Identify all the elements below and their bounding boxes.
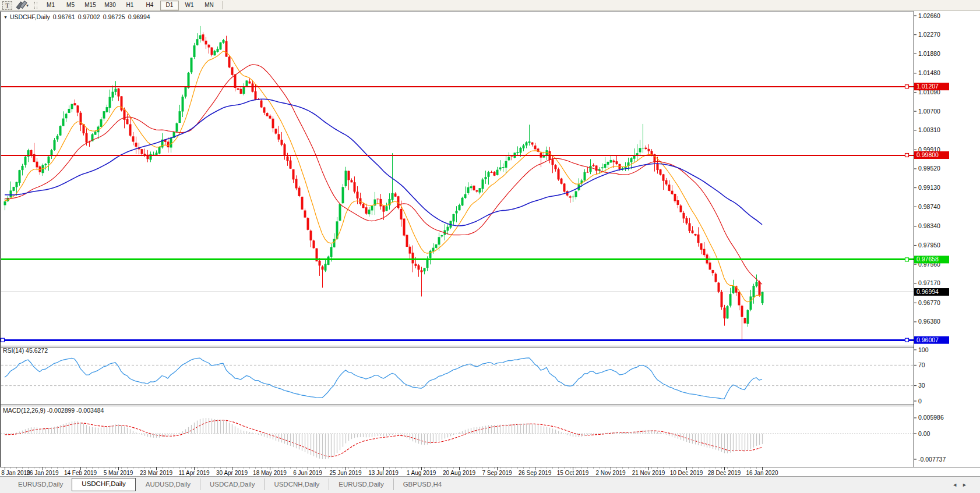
svg-text:1.00310: 1.00310 [918, 126, 940, 133]
timeframe-button-m1[interactable]: M1 [41, 1, 60, 10]
svg-text:-0.007737: -0.007737 [918, 456, 946, 463]
svg-text:0.97950: 0.97950 [918, 242, 940, 249]
svg-text:0.98740: 0.98740 [918, 203, 940, 210]
svg-text:0.005986: 0.005986 [918, 414, 944, 421]
svg-text:100: 100 [918, 346, 929, 353]
svg-text:70: 70 [918, 361, 925, 368]
tab-gbpusd-h4-6[interactable]: GBPUSD,H4 [393, 478, 451, 490]
svg-text:2 Nov 2019: 2 Nov 2019 [595, 470, 626, 476]
chart-tab-bar: EURUSD,DailyUSDCHF,DailyAUDUSD,DailyUSDC… [0, 476, 980, 493]
svg-text:11 Apr 2019: 11 Apr 2019 [178, 470, 210, 476]
svg-text:0.96770: 0.96770 [918, 299, 940, 306]
timeframe-buttons: M1M5M15M30H1H4D1W1MN [41, 1, 219, 10]
resistance-line-upper-handle[interactable] [905, 85, 909, 88]
support-line-green[interactable] [1, 258, 914, 261]
svg-text:6 Jun 2019: 6 Jun 2019 [293, 470, 322, 476]
tab-scroll-left-button[interactable]: ◄ [952, 482, 962, 488]
svg-text:5 Mar 2019: 5 Mar 2019 [104, 470, 133, 476]
toolbar-separator [222, 1, 223, 9]
support-line-blue[interactable] [1, 338, 914, 342]
svg-text:0: 0 [918, 398, 922, 405]
top-toolbar: T ▾ M1M5M15M30H1H4D1W1MN [0, 0, 980, 11]
svg-text:20 Aug 2019: 20 Aug 2019 [443, 470, 476, 476]
svg-text:0.96994: 0.96994 [916, 288, 939, 295]
chart-symbol-label: USDCHF,Daily [10, 13, 50, 20]
tab-eurusd-daily-0[interactable]: EURUSD,Daily [8, 478, 72, 490]
ohlc-open: 0.96761 [53, 13, 75, 20]
timeframe-button-h1[interactable]: H1 [121, 1, 139, 10]
macd-indicator-label: MACD(12,26,9) -0.002899 -0.003484 [3, 407, 104, 414]
text-tool-button[interactable]: T [2, 1, 12, 10]
ohlc-high: 0.97002 [78, 13, 100, 20]
svg-text:14 Feb 2019: 14 Feb 2019 [64, 470, 97, 476]
support-line-blue-handle[interactable] [905, 338, 909, 342]
macd-panel [1, 420, 914, 456]
tab-eurusd-daily-5[interactable]: EURUSD,Daily [329, 478, 393, 490]
price-chart-canvas[interactable]: 8 Jan 201926 Jan 201914 Feb 20195 Mar 20… [0, 11, 980, 476]
timeframe-button-m30[interactable]: M30 [101, 1, 119, 10]
svg-text:0.98340: 0.98340 [918, 222, 940, 229]
candles [4, 26, 764, 340]
svg-text:1.02270: 1.02270 [918, 31, 940, 38]
tab-scroll-right-button[interactable]: ► [962, 482, 972, 488]
svg-text:30 Apr 2019: 30 Apr 2019 [216, 470, 248, 476]
support-line-blue-handle[interactable] [1, 338, 5, 342]
price-axis[interactable]: 1.026601.022701.018801.014801.010901.007… [914, 11, 980, 467]
drawing-tools-button[interactable]: ▾ [17, 1, 30, 10]
tab-usdcad-daily-3[interactable]: USDCAD,Daily [200, 478, 264, 490]
timeframe-button-d1[interactable]: D1 [160, 1, 179, 10]
svg-text:0.99800: 0.99800 [916, 151, 939, 158]
svg-text:26 Sep 2019: 26 Sep 2019 [519, 470, 552, 476]
tab-audusd-daily-2[interactable]: AUDUSD,Daily [136, 478, 200, 490]
ohlc-low: 0.96725 [103, 13, 125, 20]
svg-text:1 Aug 2019: 1 Aug 2019 [407, 470, 436, 476]
svg-text:23 Mar 2019: 23 Mar 2019 [140, 470, 173, 476]
timeframe-button-mn[interactable]: MN [200, 1, 218, 10]
chart-title: ▼USDCHF,Daily0.967610.970020.967250.9699… [3, 13, 153, 20]
svg-text:30: 30 [918, 382, 925, 389]
svg-text:0.99520: 0.99520 [918, 165, 940, 172]
svg-text:15 Oct 2019: 15 Oct 2019 [557, 470, 589, 476]
date-axis[interactable]: 8 Jan 201926 Jan 201914 Feb 20195 Mar 20… [0, 467, 980, 476]
timeframe-button-w1[interactable]: W1 [180, 1, 199, 10]
resistance-line-lower-handle[interactable] [905, 154, 909, 157]
svg-text:7 Sep 2019: 7 Sep 2019 [482, 470, 512, 476]
timeframe-button-m5[interactable]: M5 [61, 1, 80, 10]
timeframe-button-h4[interactable]: H4 [140, 1, 159, 10]
support-line-green-handle[interactable] [905, 258, 909, 261]
symbol-dropdown-icon[interactable]: ▼ [3, 15, 8, 19]
svg-text:16 Jan 2020: 16 Jan 2020 [746, 470, 778, 476]
toolbar-grip [34, 2, 37, 9]
rsi-panel [1, 358, 914, 399]
macd-histogram [5, 418, 763, 459]
svg-text:13 Jul 2019: 13 Jul 2019 [368, 470, 399, 476]
svg-text:1.01207: 1.01207 [916, 83, 939, 90]
tab-usdchf-daily-1[interactable]: USDCHF,Daily [72, 478, 135, 491]
mt4-terminal: T ▾ M1M5M15M30H1H4D1W1MN 8 Jan 201926 Ja… [0, 0, 980, 493]
svg-text:0.00: 0.00 [918, 430, 930, 437]
chart-tabs: EURUSD,DailyUSDCHF,DailyAUDUSD,DailyUSDC… [8, 477, 980, 492]
svg-text:18 May 2019: 18 May 2019 [253, 470, 287, 476]
resistance-line-lower[interactable] [1, 154, 914, 157]
timeframe-button-m15[interactable]: M15 [81, 1, 100, 10]
svg-text:0.96007: 0.96007 [916, 336, 939, 343]
svg-text:26 Jan 2019: 26 Jan 2019 [26, 470, 58, 476]
svg-text:28 Dec 2019: 28 Dec 2019 [708, 470, 741, 476]
svg-text:10 Dec 2019: 10 Dec 2019 [670, 470, 703, 476]
svg-text:0.97658: 0.97658 [916, 256, 939, 263]
svg-text:25 Jun 2019: 25 Jun 2019 [329, 470, 361, 476]
svg-text:1.01880: 1.01880 [918, 50, 940, 57]
svg-text:0.97170: 0.97170 [918, 279, 940, 286]
resistance-line-upper[interactable] [1, 85, 914, 88]
tab-usdcnh-daily-4[interactable]: USDCNH,Daily [264, 478, 329, 490]
tab-scroll-arrows: ◄► [952, 482, 972, 488]
svg-text:21 Nov 2019: 21 Nov 2019 [632, 470, 665, 476]
svg-text:1.02660: 1.02660 [918, 12, 940, 19]
svg-text:1.01480: 1.01480 [918, 69, 940, 76]
rsi-line [5, 358, 762, 399]
ohlc-close: 0.96994 [128, 13, 150, 20]
svg-text:1.00700: 1.00700 [918, 108, 940, 115]
rsi-indicator-label: RSI(14) 45.6272 [3, 347, 48, 354]
svg-text:0.96380: 0.96380 [918, 318, 940, 325]
svg-text:0.99130: 0.99130 [918, 184, 940, 191]
